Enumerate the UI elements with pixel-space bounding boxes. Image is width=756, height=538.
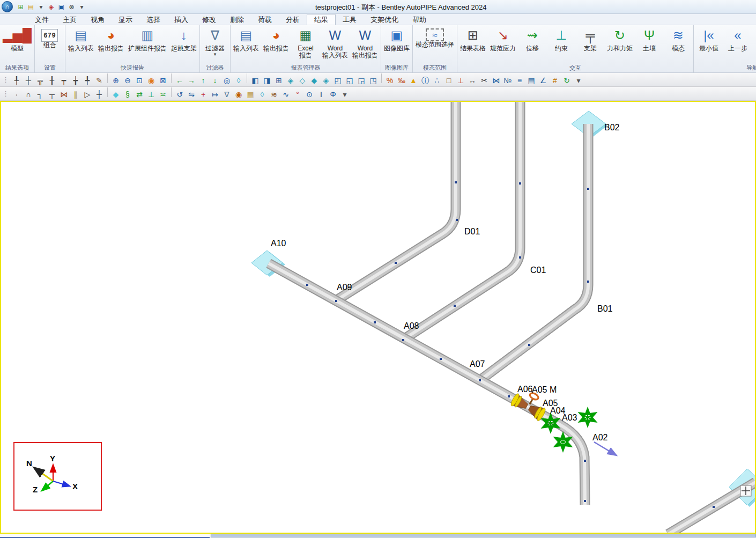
beam-icon[interactable]: I [316, 89, 327, 100]
node-label-a03[interactable]: A03 [562, 413, 577, 423]
ribbon-button-result-grid[interactable]: ⊞结果表格 [458, 25, 488, 64]
print-icon[interactable]: ◈ [47, 2, 56, 12]
ribbon-button-rm-input-listing[interactable]: ▤输入列表 [231, 25, 261, 64]
model-scene[interactable] [1, 102, 755, 533]
ribbon-button-mode-shape[interactable]: ≋模态 [664, 25, 693, 64]
insulation-icon[interactable]: ▦ [245, 89, 256, 100]
refresh-view-icon[interactable]: ↻ [561, 75, 572, 86]
node-label-a05-m[interactable]: A05 M [532, 385, 557, 395]
filter-funnel-icon[interactable]: ∇ [221, 89, 232, 100]
zoom-all-icon[interactable]: ⊠ [158, 75, 168, 86]
view-side-icon[interactable]: ◲ [356, 75, 367, 86]
new-file-icon[interactable]: ⊞ [16, 2, 25, 12]
insert-weld-icon[interactable]: ◉ [233, 89, 244, 100]
pipe-main[interactable] [269, 263, 585, 505]
alert-icon[interactable]: ▲ [408, 75, 419, 86]
support-tool-7-icon[interactable]: ╇ [82, 75, 93, 86]
show-point-icon[interactable]: ∴ [432, 75, 442, 86]
insert-cross-icon[interactable]: ┼ [94, 89, 105, 100]
view-plan-icon[interactable]: ◰ [332, 75, 343, 86]
pan-icon[interactable]: ◉ [146, 75, 157, 86]
insert-tee-icon[interactable]: ┬ [47, 89, 57, 100]
viewport[interactable]: Y N Z X A10A09A08A07A06A05 MA05A04A03A02… [0, 101, 756, 534]
pan-down-icon[interactable]: ↓ [210, 75, 220, 86]
zoom-in-icon[interactable]: ⊕ [110, 75, 121, 86]
ribbon-button-next[interactable]: »下一页 [752, 25, 756, 64]
toolbar1-overflow-icon[interactable]: ▾ [573, 75, 584, 86]
pipe-branch-c[interactable] [403, 102, 520, 340]
save-icon[interactable]: ▣ [57, 2, 66, 12]
move-stretch-icon[interactable]: + [198, 89, 209, 100]
ribbon-button-input-listing[interactable]: ▤输入列表 [66, 25, 96, 64]
node-label-a08[interactable]: A08 [404, 321, 419, 331]
tab-loads[interactable]: 荷载 [251, 14, 279, 25]
soil-profile-icon[interactable]: ≋ [269, 89, 279, 100]
support-tool-1-icon[interactable]: ╀ [11, 75, 22, 86]
ribbon-button-combinations[interactable]: 679组合 [35, 25, 64, 64]
show-box-icon[interactable]: □ [443, 75, 454, 86]
view-front-icon[interactable]: ◱ [344, 75, 355, 86]
support-tool-6-icon[interactable]: ╈ [70, 75, 81, 86]
scale-fit-icon[interactable]: ‰ [396, 75, 407, 86]
ribbon-button-word-output-report[interactable]: WWord 输出报告 [350, 25, 380, 64]
ribbon-button-liftoff-supports[interactable]: ↓起跳支架 [169, 25, 199, 64]
rotate-icon[interactable]: ↺ [174, 89, 185, 100]
tab-file[interactable]: 文件 [28, 14, 56, 25]
insert-flange-icon[interactable]: ∥ [70, 89, 81, 100]
support-tool-4-icon[interactable]: ╂ [47, 75, 57, 86]
tab-select[interactable]: 选择 [139, 14, 167, 25]
ribbon-button-extended-component-report[interactable]: ▥扩展组件报告 [126, 25, 169, 64]
ribbon-button-model[interactable]: ▂▅█模型 [1, 25, 34, 64]
ribbon-button-support[interactable]: ╤支架 [576, 25, 605, 64]
node-label-a02[interactable]: A02 [592, 433, 607, 443]
ribbon-button-code-stress[interactable]: ↘规范应力 [488, 25, 518, 64]
qat-customize-icon[interactable]: ▾ [77, 2, 86, 12]
temperature-icon[interactable]: ° [292, 89, 303, 100]
toolbar-grip[interactable]: ⋮ [2, 90, 9, 98]
ribbon-button-minimum[interactable]: |«最小值 [694, 25, 723, 64]
tab-home[interactable]: 主页 [56, 14, 84, 25]
edit-pencil-icon[interactable]: ✎ [94, 75, 105, 86]
ribbon-button-rm-output-report[interactable]: ◕输出报告 [261, 25, 291, 64]
previous-zoom-icon[interactable]: ◊ [233, 75, 244, 86]
insert-nozzle-icon[interactable]: ↦ [210, 89, 220, 100]
ribbon-button-forces-moments[interactable]: ↻力和力矩 [605, 25, 635, 64]
insert-spring-icon[interactable]: § [122, 89, 133, 100]
tab-result[interactable]: 结果 [307, 14, 336, 25]
tab-tools[interactable]: 工具 [336, 14, 364, 25]
segment-colors-icon[interactable]: ≡ [514, 75, 525, 86]
open-folder-icon[interactable]: ▤ [26, 2, 35, 12]
pan-right-icon[interactable]: → [186, 75, 197, 86]
insert-damper-icon[interactable]: ≍ [158, 89, 168, 100]
node-label-c01[interactable]: C01 [530, 266, 546, 275]
tab-insert[interactable]: 插入 [167, 14, 195, 25]
split-vertical-icon[interactable]: ◨ [262, 75, 272, 86]
ribbon-button-excel-report[interactable]: ▦Excel 报告 [291, 25, 320, 64]
tab-modify[interactable]: 修改 [195, 14, 223, 25]
tab-support-optimization[interactable]: 支架优化 [364, 14, 405, 25]
zoom-out-icon[interactable]: ⊖ [122, 75, 133, 86]
crosshair-cursor[interactable] [740, 485, 751, 496]
ribbon-button-output-report[interactable]: ◕输出报告 [96, 25, 126, 64]
insert-guide-icon[interactable]: ⇄ [134, 89, 145, 100]
angle-measure-icon[interactable]: ∠ [538, 75, 549, 86]
view-sw-icon[interactable]: ◆ [309, 75, 320, 86]
split-horizontal-icon[interactable]: ◧ [250, 75, 261, 86]
insert-reducer-icon[interactable]: ▷ [82, 89, 93, 100]
ribbon-button-previous[interactable]: «上一步 [723, 25, 752, 64]
mirror-icon[interactable]: ⇋ [186, 89, 197, 100]
measure-icon[interactable]: ↔ [467, 75, 478, 86]
cut-section-icon[interactable]: ✂ [479, 75, 490, 86]
ribbon-button-displacement[interactable]: ⇝位移 [518, 25, 547, 64]
ribbon-button-filter[interactable]: ∇过滤器▾ [201, 25, 229, 64]
view-se-icon[interactable]: ◇ [297, 75, 308, 86]
app-logo-icon[interactable]: ∩ [2, 1, 13, 12]
pressure-icon[interactable]: ⊙ [304, 89, 315, 100]
node-label-b02[interactable]: B02 [604, 123, 619, 132]
node-label-a09[interactable]: A09 [337, 283, 352, 292]
drip-leg-icon[interactable]: ◊ [257, 89, 268, 100]
tab-delete[interactable]: 删除 [223, 14, 251, 25]
insert-point-icon[interactable]: ∙ [11, 89, 22, 100]
scrollbar-thumb[interactable] [211, 534, 756, 537]
node-label-a10[interactable]: A10 [271, 239, 286, 248]
